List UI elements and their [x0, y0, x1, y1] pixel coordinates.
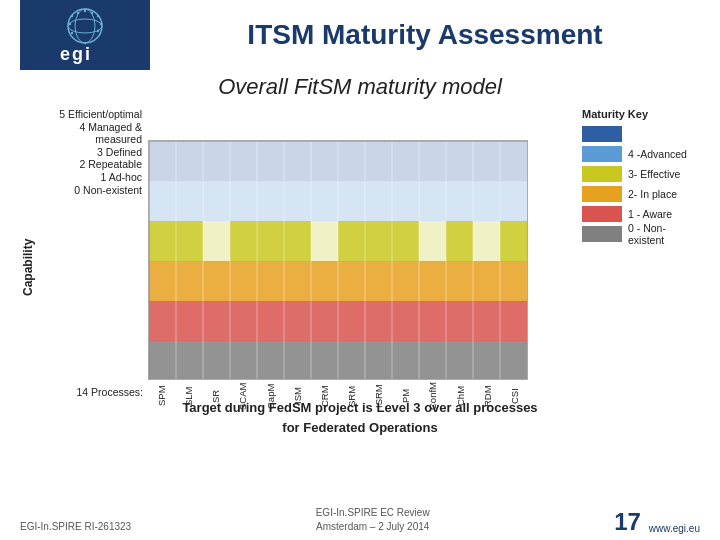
svg-text:egi: egi: [60, 44, 92, 64]
key-item-2: 2- In place: [582, 184, 700, 204]
svg-point-8: [100, 23, 102, 25]
svg-point-7: [97, 15, 99, 17]
key-color-5: [582, 126, 622, 142]
footer-left: EGI-In.SPIRE RI-261323: [20, 520, 131, 534]
footer-event-line2: Amsterdam – 2 July 2014: [316, 520, 430, 534]
bar-chart: [148, 140, 528, 380]
page-number: 17: [614, 510, 641, 534]
x-label-crm: CRM: [311, 380, 338, 412]
x-label-csi: CSI: [501, 380, 528, 412]
key-item-4: 4 -Advanced: [582, 144, 700, 164]
y-axis-labels: 5 Efficient/optimal 4 Managed & measured…: [38, 108, 148, 224]
main-content: Overall FitSM maturity model Capability …: [0, 70, 720, 437]
footer-website: www.egi.eu: [649, 523, 700, 534]
key-item-3: 3- Effective: [582, 164, 700, 184]
svg-rect-21: [149, 341, 528, 380]
subtitle: Overall FitSM maturity model: [20, 74, 700, 100]
x-label-pm: PM: [392, 380, 419, 412]
key-color-4: [582, 146, 622, 162]
key-label-1: 1 - Aware: [628, 208, 672, 220]
svg-rect-45: [284, 141, 311, 221]
x-label-scam: SCAM: [229, 380, 256, 412]
key-label-4: 4 -Advanced: [628, 148, 687, 160]
y-label-5: 5 Efficient/optimal: [38, 108, 142, 121]
processes-label: 14 Processes:: [33, 386, 143, 398]
key-color-0: [582, 226, 622, 242]
x-label-slm: SLM: [175, 380, 202, 412]
x-label-spm: SPM: [148, 380, 175, 412]
x-label-chm: ChM: [447, 380, 474, 412]
footer-right: 17 www.egi.eu: [614, 510, 700, 534]
x-label-capm: CapM: [257, 380, 284, 412]
key-label-2: 2- In place: [628, 188, 677, 200]
x-label-rdm: RDM: [474, 380, 501, 412]
key-item-1: 1 - Aware: [582, 204, 700, 224]
svg-rect-49: [392, 141, 419, 221]
svg-rect-23: [149, 261, 528, 301]
svg-rect-41: [176, 141, 203, 221]
svg-rect-50: [419, 141, 446, 261]
y-label-4: 4 Managed & measured: [38, 121, 142, 146]
key-label-3: 3- Effective: [628, 168, 680, 180]
y-label-1: 1 Ad-hoc: [38, 171, 142, 184]
y-label-3: 3 Defined: [38, 146, 142, 159]
key-item-5: [582, 124, 700, 144]
footer-event-line1: EGI-In.SPIRE EC Review: [316, 506, 430, 520]
x-label-confm: ConfM: [419, 380, 446, 412]
svg-rect-44: [257, 141, 284, 221]
svg-point-11: [71, 32, 73, 34]
svg-point-0: [68, 9, 102, 43]
svg-point-4: [77, 12, 79, 14]
svg-rect-22: [149, 301, 528, 341]
footer-center: EGI-In.SPIRE EC Review Amsterdam – 2 Jul…: [316, 506, 430, 534]
key-color-2: [582, 186, 622, 202]
logo-area: egi: [20, 0, 150, 70]
svg-rect-47: [338, 141, 365, 221]
svg-rect-43: [230, 141, 257, 221]
x-label-isrm: ISRM: [365, 380, 392, 412]
svg-point-9: [69, 23, 71, 25]
y-label-2: 2 Repeatable: [38, 158, 142, 171]
logo-svg: egi: [50, 6, 120, 64]
svg-point-5: [84, 10, 86, 12]
key-item-0: 0 - Non-existent: [582, 224, 700, 244]
x-label-sr: SR: [202, 380, 229, 412]
svg-point-3: [71, 15, 73, 17]
header: egi ITSM Maturity Assessment: [0, 0, 720, 70]
maturity-key-title: Maturity Key: [582, 108, 700, 120]
key-color-1: [582, 206, 622, 222]
key-color-3: [582, 166, 622, 182]
footer-institution: EGI-In.SPIRE RI-261323: [20, 520, 131, 534]
svg-rect-40: [149, 141, 176, 221]
x-label-srm: SRM: [338, 380, 365, 412]
svg-point-10: [97, 30, 99, 32]
svg-rect-52: [473, 141, 500, 261]
svg-rect-51: [446, 141, 473, 221]
footer: EGI-In.SPIRE RI-261323 EGI-In.SPIRE EC R…: [0, 506, 720, 540]
key-label-0: 0 - Non-existent: [628, 222, 700, 246]
x-label-ism: ISM: [284, 380, 311, 412]
page-title: ITSM Maturity Assessment: [150, 19, 700, 51]
svg-rect-46: [311, 141, 338, 261]
svg-rect-42: [203, 141, 230, 261]
svg-point-6: [91, 12, 93, 14]
y-axis-title: Capability: [20, 108, 36, 398]
svg-rect-48: [365, 141, 392, 221]
maturity-key: Maturity Key 4 -Advanced 3- Effective 2-…: [570, 108, 700, 276]
logo-circle: egi: [50, 5, 120, 65]
svg-rect-53: [500, 141, 528, 221]
target-line2: for Federated Operations: [20, 418, 700, 438]
y-label-0: 0 Non-existent: [38, 184, 142, 197]
